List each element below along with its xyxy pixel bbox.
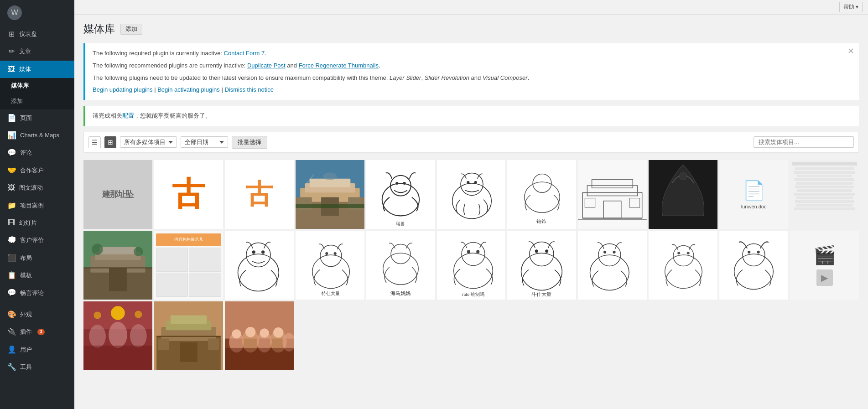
media-item[interactable]: ralo 绘制吗 [437,231,506,300]
sidebar-item-slideshow[interactable]: 🎞 幻灯片 [0,214,74,232]
search-input[interactable] [754,136,854,148]
media-item[interactable]: 斗什大量 [507,231,576,300]
illustration-beast6-text: 海马妈妈 [366,231,435,300]
add-media-button[interactable]: 添加 [120,24,142,35]
dismiss-notice-link[interactable]: Dismiss this notice [224,86,274,93]
list-view-icon: ☰ [92,139,98,146]
media-item[interactable]: 瑞兽 [366,160,435,229]
media-item[interactable]: 特仕大量 [296,231,364,300]
media-item[interactable]: 海马妈妈 [366,231,435,300]
sidebar-item-media[interactable]: 🖼 媒体 [0,61,74,78]
wp-logo-icon: W [7,5,22,20]
sidebar-item-comments[interactable]: 💬 评论 [0,144,74,161]
media-item[interactable] [225,231,294,300]
sidebar: W ⊞ 仪表盘 ✏ 文章 🖼 媒体 媒体库 添加 📄 页面 📊 Charts &… [0,0,74,409]
sidebar-item-users[interactable]: 👤 用户 [0,341,74,358]
contact-form-7-link[interactable]: Contact Form 7 [224,50,265,57]
media-item[interactable]: 古 [154,160,223,229]
sidebar-item-label: 布局 [20,254,32,262]
sidebar-item-imgslider[interactable]: 🖼 图文滚动 [0,179,74,197]
sidebar-item-label: 模板 [20,271,32,280]
svg-point-70 [535,249,538,253]
media-item[interactable] [296,160,364,229]
illustration-beast5: 特仕大量 [296,231,364,300]
svg-point-14 [395,182,398,185]
sidebar-item-pages[interactable]: 📄 页面 [0,109,74,127]
sidebar-item-label: 图文滚动 [19,184,43,192]
sidebar-item-charts-maps[interactable]: 📊 Charts & Maps [0,127,74,144]
media-item[interactable] [649,160,717,229]
sidebar-item-posts[interactable]: ✏ 文章 [0,43,74,60]
media-item[interactable] [578,231,647,300]
plugins-icon: 🔌 [7,327,16,337]
media-item[interactable] [790,160,859,229]
grid-view-button[interactable]: ⊞ [104,136,116,148]
begin-updating-link[interactable]: Begin updating plugins [93,86,153,93]
force-regenerate-link[interactable]: Force Regenerate Thumbnails [299,62,379,69]
svg-point-116 [260,328,269,337]
chanyan-icon: 💬 [7,288,16,298]
sidebar-item-media-library[interactable]: 媒体库 [0,78,74,93]
media-item[interactable] [225,301,294,370]
media-item[interactable] [437,160,506,229]
media-photo-people [225,301,294,370]
svg-point-82 [687,252,690,254]
media-type-filter[interactable]: 所有多媒体项目 图片 音频 视频 文档 [120,136,177,148]
media-photo-event [83,301,152,370]
sidebar-item-testimonials[interactable]: 💭 客户评价 [0,232,74,249]
begin-activating-link[interactable]: Begin activating plugins [157,86,220,93]
svg-rect-41 [100,247,136,254]
media-label: 古 [172,172,205,216]
sidebar-item-clients[interactable]: 🤝 合作客户 [0,162,74,179]
sidebar-item-chanyan[interactable]: 💬 畅言评论 [0,284,74,301]
media-item[interactable] [154,301,223,370]
media-label: lunwen.doc [741,204,767,209]
sidebar-item-dashboard[interactable]: ⊞ 仪表盘 [0,26,74,43]
svg-text:特仕大量: 特仕大量 [322,291,340,296]
media-item[interactable] [578,160,647,229]
media-item[interactable]: 建那址坠 [83,160,152,229]
media-item[interactable]: 内容构构展示儿 [154,231,223,300]
svg-rect-101 [171,315,207,323]
svg-point-50 [261,250,265,254]
sidebar-sub-label: 添加 [11,97,23,105]
media-label: 建那址坠 [100,187,135,202]
media-item[interactable]: 古 [225,160,294,229]
media-item[interactable] [83,231,152,300]
layout-icon: ⬛ [7,253,16,263]
svg-point-117 [273,327,283,337]
templates-icon: 📋 [7,270,16,280]
notice-close-button[interactable]: ✕ [847,47,854,55]
date-filter[interactable]: 全部日期 2024年1月 2023年12月 [181,136,228,148]
svg-point-9 [323,173,337,180]
media-item[interactable] [649,231,717,300]
svg-point-86 [748,251,750,254]
duplicate-post-link[interactable]: Duplicate Post [247,62,286,69]
list-view-button[interactable]: ☰ [88,136,101,148]
sidebar-item-plugins[interactable]: 🔌 插件 3 [0,323,74,341]
sidebar-item-projects[interactable]: 📁 项目案例 [0,197,74,214]
config-link[interactable]: 配置 [122,112,134,119]
svg-rect-78 [649,231,717,300]
media-photo-arch2 [83,231,152,300]
svg-rect-102 [180,342,198,362]
page-title: 媒体库 [83,22,115,36]
media-item[interactable]: 🎬 ▶ [790,231,859,300]
help-button[interactable]: 帮助 ▾ [839,2,863,12]
content-area: 媒体库 添加 ✕ The following required plugin i… [74,15,868,409]
bulk-select-button[interactable]: 批量选择 [232,136,267,149]
sidebar-item-media-add[interactable]: 添加 [0,93,74,109]
appearance-icon: 🎨 [7,310,16,320]
sidebar-item-label: 评论 [20,149,32,157]
media-item[interactable] [83,301,152,370]
media-item[interactable] [719,231,788,300]
sidebar-item-appearance[interactable]: 🎨 外观 [0,306,74,323]
sidebar-item-layout[interactable]: ⬛ 布局 [0,249,74,267]
main-content: 帮助 ▾ 媒体库 添加 ✕ The following required plu… [74,0,868,409]
media-item[interactable]: 📄 lunwen.doc [719,160,788,229]
page-title-row: 媒体库 添加 [83,22,859,36]
sidebar-item-tools[interactable]: 🔧 工具 [0,358,74,376]
sidebar-item-templates[interactable]: 📋 模板 [0,267,74,284]
svg-point-65 [476,250,479,253]
media-item[interactable]: 钻饰 [507,160,576,229]
